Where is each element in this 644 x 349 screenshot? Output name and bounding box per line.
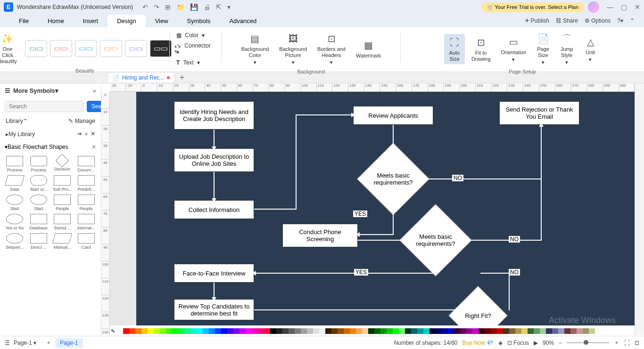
color-swatch[interactable] <box>123 328 129 334</box>
watermark-button[interactable]: ▦Watermark <box>352 37 385 61</box>
color-swatch[interactable] <box>135 328 141 334</box>
theme-swatch-5[interactable]: ▭▭ <box>125 40 147 57</box>
color-swatch[interactable] <box>528 328 534 334</box>
save-icon[interactable]: 💾 <box>190 3 198 11</box>
shape-sequen...[interactable]: Sequen... <box>4 233 26 250</box>
color-swatch[interactable] <box>472 328 479 334</box>
document-tab[interactable]: 📄 Hiring and Rec... <box>108 73 173 82</box>
hamburger-icon[interactable]: ☰ <box>5 87 10 94</box>
page-select[interactable]: Page-1 ▾ <box>14 340 36 346</box>
import-icon[interactable]: ⇥ <box>77 130 82 137</box>
color-swatch[interactable] <box>129 328 135 334</box>
zoom-slider[interactable] <box>567 342 609 343</box>
play-icon[interactable]: ▶ <box>534 340 538 346</box>
color-swatch[interactable] <box>399 328 405 334</box>
shape-internal...[interactable]: Internal... <box>75 214 98 230</box>
color-swatch[interactable] <box>546 328 552 334</box>
color-swatch[interactable] <box>509 328 515 334</box>
right-panel-collapsed[interactable] <box>635 83 644 335</box>
page-size-button[interactable]: 📄Page Size ▾ <box>533 30 553 68</box>
jump-style-button[interactable]: ⌒Jump Style ▾ <box>556 30 577 68</box>
color-swatch[interactable] <box>215 328 221 334</box>
color-swatch[interactable] <box>258 328 264 334</box>
color-swatch[interactable] <box>362 328 368 334</box>
fullscreen-icon[interactable]: ⊡ <box>635 340 639 346</box>
shape-start[interactable]: Start <box>4 195 26 211</box>
color-swatch[interactable] <box>178 328 184 334</box>
focus-button[interactable]: ⊡ Focus <box>507 340 529 346</box>
shape-people[interactable]: People <box>75 195 98 211</box>
menu-view[interactable]: View <box>146 15 178 27</box>
flow-diamond-rightfit[interactable]: Right Fit? <box>448 285 508 325</box>
collapse-panel-icon[interactable]: « <box>93 87 96 94</box>
publish-button[interactable]: ✈ Publish <box>525 17 549 24</box>
color-swatch[interactable] <box>227 328 233 334</box>
color-swatch[interactable] <box>466 328 472 334</box>
color-swatch[interactable] <box>325 328 331 334</box>
color-swatch[interactable] <box>319 328 325 334</box>
flow-box-rejection[interactable]: Send Rejection or Thank You Email <box>499 101 579 125</box>
color-swatch[interactable] <box>233 328 239 334</box>
minimize-icon[interactable]: — <box>607 3 613 11</box>
color-swatch[interactable] <box>197 328 203 334</box>
picker-icon[interactable]: ✎ <box>111 328 115 334</box>
flow-box-collect[interactable]: Collect Information <box>174 200 254 219</box>
page-tab[interactable]: Page-1 <box>55 338 83 348</box>
color-swatch[interactable] <box>491 328 497 334</box>
color-swatch[interactable] <box>338 328 344 334</box>
zoom-in-icon[interactable]: ＋ <box>614 339 619 347</box>
basic-shapes-label[interactable]: Basic Flowchart Shapes <box>8 144 68 150</box>
color-swatch[interactable] <box>350 328 356 334</box>
flow-box-review[interactable]: Review Applicants <box>353 106 433 125</box>
shape-start or...[interactable]: Start or... <box>28 175 50 192</box>
print-icon[interactable]: 🖨 <box>204 3 210 11</box>
theme-swatch-6[interactable]: ▭▭ <box>150 40 172 57</box>
shape-decision[interactable]: Decision <box>51 156 74 172</box>
color-swatch[interactable] <box>368 328 374 334</box>
color-swatch[interactable] <box>387 328 393 334</box>
menu-design[interactable]: Design <box>107 15 145 27</box>
color-swatch[interactable] <box>479 328 485 334</box>
user-avatar-icon[interactable] <box>588 1 599 13</box>
shape-process[interactable]: Process <box>28 156 50 172</box>
menu-file[interactable]: File <box>9 15 38 27</box>
color-button[interactable]: ▦ Color ▾ <box>174 31 217 40</box>
color-swatch[interactable] <box>534 328 540 334</box>
color-swatch[interactable] <box>307 328 313 334</box>
color-swatch[interactable] <box>190 328 197 334</box>
color-swatch[interactable] <box>393 328 399 334</box>
manage-button[interactable]: ✎ Manage <box>68 118 95 124</box>
options-button[interactable]: ⚙ Options <box>585 17 611 24</box>
borders-button[interactable]: ⊡Borders and Headers ▾ <box>314 30 349 68</box>
symbol-search-button[interactable]: Search <box>87 101 101 112</box>
color-swatch[interactable] <box>148 328 154 334</box>
shape-stored ...[interactable]: Stored ... <box>51 214 74 230</box>
maximize-icon[interactable]: ▢ <box>621 3 627 11</box>
redo-icon[interactable]: ↷ <box>154 3 159 11</box>
color-swatch[interactable] <box>160 328 166 334</box>
fit-drawing-button[interactable]: ⊡Fit to Drawing <box>468 34 494 64</box>
color-swatch[interactable] <box>246 328 252 334</box>
color-swatch[interactable] <box>276 328 282 334</box>
color-swatch[interactable] <box>289 328 295 334</box>
layers-icon[interactable]: ◈ <box>498 340 503 346</box>
color-swatch[interactable] <box>460 328 466 334</box>
color-swatch[interactable] <box>552 328 558 334</box>
page-background[interactable]: Identify Hiring Needs and Create Job Des… <box>136 92 635 325</box>
add-tab-button[interactable]: ＋ <box>178 73 186 82</box>
shape-manual...[interactable]: Manual... <box>51 233 74 250</box>
color-swatch[interactable] <box>583 328 589 334</box>
collapse-ribbon-icon[interactable]: ⌃ <box>630 17 635 24</box>
menu-symbols[interactable]: Symbols <box>178 15 220 27</box>
color-swatch[interactable] <box>172 328 178 334</box>
new-icon[interactable]: ⊞ <box>165 3 171 11</box>
shape-predefi...[interactable]: Predefi... <box>75 175 98 192</box>
color-swatch[interactable] <box>331 328 338 334</box>
add-icon[interactable]: ＋ <box>83 130 89 137</box>
color-swatch[interactable] <box>521 328 528 334</box>
color-swatch[interactable] <box>203 328 209 334</box>
page-list-icon[interactable]: ☰ <box>5 340 10 346</box>
color-swatch[interactable] <box>166 328 172 334</box>
color-swatch[interactable] <box>515 328 521 334</box>
canvas[interactable]: Identify Hiring Needs and Create Job Des… <box>110 92 635 325</box>
